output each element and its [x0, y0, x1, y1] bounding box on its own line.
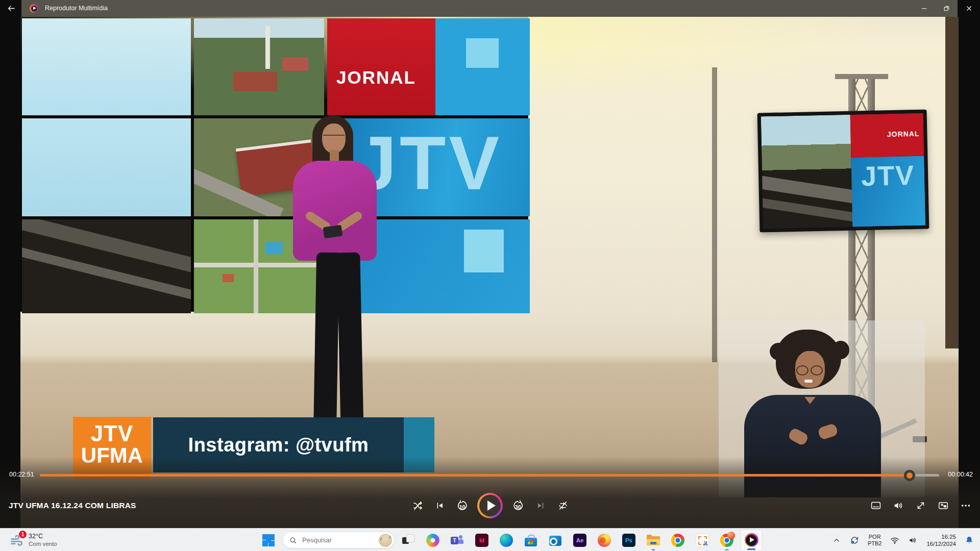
seek-knob[interactable]	[904, 470, 915, 481]
search-input[interactable]	[301, 536, 375, 544]
back-button[interactable]	[0, 0, 22, 17]
snipping-tool-button[interactable]	[692, 530, 713, 551]
windows-logo-icon	[262, 534, 275, 546]
tray-volume-icon	[908, 535, 918, 545]
media-player-icon	[745, 533, 758, 547]
next-track-button[interactable]	[530, 495, 551, 516]
decorative-shape	[647, 535, 652, 537]
playback-controls: JTV UFMA 16.12.24 COM LIBRAS 10 30	[0, 489, 980, 522]
task-view-button[interactable]	[398, 530, 419, 551]
seek-bar[interactable]	[40, 474, 939, 477]
skip-back-10-button[interactable]: 10	[452, 495, 473, 516]
decorative-shape	[652, 549, 655, 550]
skip-back-label: 10	[452, 504, 473, 510]
video-surface[interactable]: JORNAL JTV	[20, 17, 959, 528]
taskbar-search[interactable]	[282, 532, 395, 548]
minimize-button[interactable]	[913, 0, 935, 17]
decorative-shape	[832, 341, 849, 359]
snipping-tool-icon	[696, 534, 709, 547]
decorative-shape	[945, 17, 959, 348]
store-icon	[525, 538, 537, 546]
notifications-button[interactable]	[961, 530, 978, 550]
studio-side-monitor: JORNAL JTV	[757, 110, 929, 233]
captions-icon	[870, 500, 881, 511]
skip-forward-label: 30	[507, 504, 528, 510]
weather-widget[interactable]: 1 32°C Com vento	[5, 529, 61, 551]
skip-forward-30-button[interactable]: 30	[507, 495, 528, 516]
photoshop-button[interactable]: Ps	[618, 530, 640, 551]
decorative-shape	[293, 161, 377, 261]
media-player-taskbar-button[interactable]	[741, 530, 762, 551]
weather-alert-badge: 1	[19, 531, 27, 538]
edge-icon	[500, 534, 513, 547]
decorative-shape	[650, 542, 656, 544]
indesign-button[interactable]: Id	[471, 530, 493, 551]
decorative-shape	[464, 230, 504, 272]
tray-volume-button[interactable]	[904, 530, 922, 550]
captions-button[interactable]	[865, 495, 886, 516]
mini-player-button[interactable]	[933, 495, 953, 516]
wifi-button[interactable]	[886, 530, 903, 550]
tray-overflow-button[interactable]	[828, 530, 845, 550]
decorative-shape	[466, 38, 499, 68]
system-tray: POR PTB2 16:25 16/12/2024	[828, 529, 978, 551]
sync-status-button[interactable]	[846, 530, 863, 550]
remaining-time: 00:00:42	[948, 471, 973, 478]
fullscreen-icon	[915, 500, 926, 511]
file-explorer-button[interactable]	[643, 530, 664, 551]
seek-fill	[40, 474, 910, 477]
more-options-button[interactable]	[955, 495, 976, 516]
decorative-shape	[528, 539, 533, 544]
play-button[interactable]	[477, 493, 503, 518]
keyboard-layout: PTB2	[868, 540, 882, 547]
video-area: JORNAL JTV	[0, 17, 980, 528]
elapsed-time: 00:22:51	[9, 471, 34, 478]
decorative-shape: JORNAL	[327, 18, 530, 115]
search-highlight-avatar	[379, 534, 392, 547]
copilot-button[interactable]	[422, 530, 444, 551]
fullscreen-button[interactable]	[910, 495, 931, 516]
previous-track-button[interactable]	[429, 495, 450, 516]
decorative-shape: JORNAL	[850, 113, 924, 158]
decorative-shape	[459, 535, 462, 539]
decorative-shape	[233, 72, 278, 91]
volume-button[interactable]	[888, 495, 909, 516]
chrome-icon	[671, 534, 684, 547]
decorative-shape	[194, 263, 324, 267]
shuffle-off-button[interactable]	[407, 495, 428, 516]
volume-icon	[893, 500, 904, 511]
teams-button[interactable]: T	[447, 530, 468, 551]
next-icon	[535, 500, 546, 511]
decorative-shape	[22, 18, 191, 115]
after-effects-button[interactable]: Ae	[569, 530, 591, 551]
decorative-shape	[22, 118, 191, 216]
firefox-button[interactable]	[594, 530, 615, 551]
restore-button[interactable]	[935, 0, 958, 17]
wall-jornal-text: JORNAL	[336, 67, 416, 88]
search-icon	[289, 536, 297, 544]
decorative-shape	[194, 18, 324, 115]
chrome-secondary-button[interactable]	[716, 530, 738, 551]
back-arrow-icon	[7, 4, 16, 13]
repeat-off-icon	[557, 500, 569, 511]
studio-video-wall: JORNAL JTV	[20, 17, 528, 312]
decorative-shape	[265, 26, 270, 69]
decorative-shape	[796, 365, 808, 375]
decorative-shape	[254, 219, 258, 313]
start-button[interactable]	[258, 530, 279, 551]
decorative-shape: JORNAL JTV	[850, 113, 926, 227]
firefox-icon	[598, 534, 611, 547]
language-indicator[interactable]: POR PTB2	[864, 530, 886, 550]
close-button[interactable]	[958, 0, 980, 17]
chrome-button[interactable]	[667, 530, 689, 551]
outlook-button[interactable]	[545, 530, 566, 551]
sync-icon	[849, 535, 860, 545]
decorative-shape	[223, 274, 234, 282]
weather-temp: 32°C	[29, 533, 57, 540]
minimize-icon	[920, 5, 928, 12]
clock-widget[interactable]: 16:25 16/12/2024	[923, 530, 960, 550]
repeat-off-button[interactable]	[552, 495, 573, 516]
store-button[interactable]	[520, 530, 542, 551]
edge-button[interactable]	[496, 530, 517, 551]
decorative-shape	[835, 74, 888, 79]
